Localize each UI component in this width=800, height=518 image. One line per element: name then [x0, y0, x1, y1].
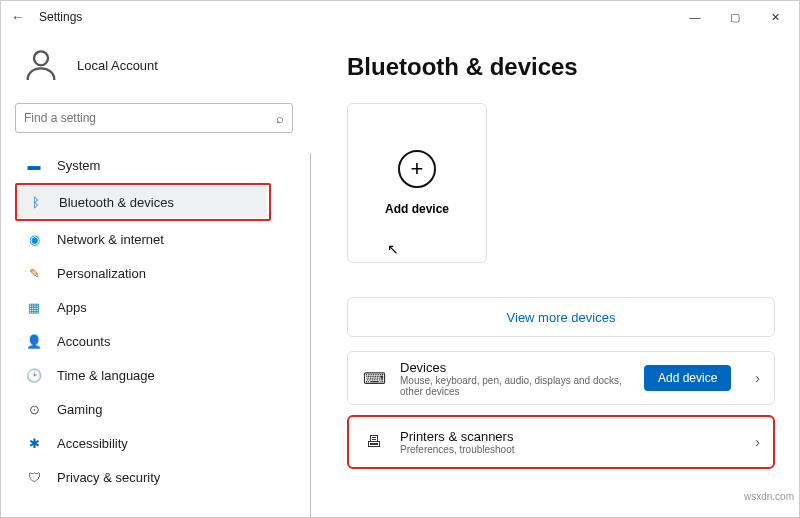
- view-more-devices-button[interactable]: View more devices: [347, 297, 775, 337]
- sidebar: Local Account ⌕ ▬ System ᛒ Bluetooth & d…: [1, 33, 311, 517]
- sidebar-item-personalization[interactable]: ✎ Personalization: [15, 257, 265, 289]
- search-box[interactable]: ⌕: [15, 103, 293, 133]
- sidebar-item-apps[interactable]: ▦ Apps: [15, 291, 265, 323]
- page-title: Bluetooth & devices: [347, 53, 775, 81]
- highlight-bluetooth: ᛒ Bluetooth & devices: [15, 183, 271, 221]
- user-name: Local Account: [77, 58, 158, 73]
- gaming-icon: ⊙: [25, 400, 43, 418]
- clock-icon: 🕑: [25, 366, 43, 384]
- sidebar-item-label: Accessibility: [57, 436, 128, 451]
- nav-list: ▬ System ᛒ Bluetooth & devices ◉ Network…: [15, 149, 311, 493]
- devices-title: Devices: [400, 360, 630, 375]
- watermark: wsxdn.com: [744, 491, 794, 502]
- printers-scanners-row[interactable]: 🖶 Printers & scanners Preferences, troub…: [347, 415, 775, 469]
- sidebar-item-label: Accounts: [57, 334, 110, 349]
- sidebar-item-label: Gaming: [57, 402, 103, 417]
- close-button[interactable]: ✕: [755, 3, 795, 31]
- search-icon: ⌕: [276, 111, 284, 126]
- sidebar-item-label: Apps: [57, 300, 87, 315]
- back-button[interactable]: ←: [11, 9, 25, 25]
- minimize-button[interactable]: —: [675, 3, 715, 31]
- titlebar: ← Settings — ▢ ✕: [1, 1, 799, 33]
- sidebar-item-label: Bluetooth & devices: [59, 195, 174, 210]
- svg-point-0: [34, 51, 48, 65]
- sidebar-item-label: Privacy & security: [57, 470, 160, 485]
- brush-icon: ✎: [25, 264, 43, 282]
- accessibility-icon: ✱: [25, 434, 43, 452]
- shield-icon: 🛡: [25, 468, 43, 486]
- sidebar-item-time[interactable]: 🕑 Time & language: [15, 359, 265, 391]
- maximize-button[interactable]: ▢: [715, 3, 755, 31]
- sidebar-item-network[interactable]: ◉ Network & internet: [15, 223, 265, 255]
- settings-window: ← Settings — ▢ ✕ Local Account ⌕ ▬ Syste…: [0, 0, 800, 518]
- sidebar-item-accessibility[interactable]: ✱ Accessibility: [15, 427, 265, 459]
- sidebar-item-label: Personalization: [57, 266, 146, 281]
- chevron-right-icon: ›: [755, 434, 760, 450]
- sidebar-item-accounts[interactable]: 👤 Accounts: [15, 325, 265, 357]
- add-device-button[interactable]: Add device: [644, 365, 731, 391]
- cursor-icon: ↖: [387, 241, 799, 257]
- sidebar-item-system[interactable]: ▬ System: [15, 149, 265, 181]
- add-device-card[interactable]: + Add device: [347, 103, 487, 263]
- devices-subtitle: Mouse, keyboard, pen, audio, displays an…: [400, 375, 630, 397]
- keyboard-icon: ⌨: [362, 369, 386, 388]
- sidebar-item-label: System: [57, 158, 100, 173]
- bluetooth-icon: ᛒ: [27, 193, 45, 211]
- apps-icon: ▦: [25, 298, 43, 316]
- person-icon: 👤: [25, 332, 43, 350]
- printers-title: Printers & scanners: [400, 429, 741, 444]
- chevron-right-icon: ›: [755, 370, 760, 386]
- sidebar-item-privacy[interactable]: 🛡 Privacy & security: [15, 461, 265, 493]
- search-input[interactable]: [24, 111, 276, 125]
- window-title: Settings: [39, 10, 82, 24]
- add-device-label: Add device: [385, 202, 449, 216]
- sidebar-item-label: Network & internet: [57, 232, 164, 247]
- plus-icon: +: [398, 150, 436, 188]
- printers-subtitle: Preferences, troubleshoot: [400, 444, 741, 455]
- wifi-icon: ◉: [25, 230, 43, 248]
- main-content: Bluetooth & devices + Add device ↖ View …: [311, 33, 799, 517]
- sidebar-item-bluetooth[interactable]: ᛒ Bluetooth & devices: [17, 186, 267, 218]
- printer-icon: 🖶: [362, 433, 386, 451]
- avatar-icon: [21, 45, 61, 85]
- sidebar-item-label: Time & language: [57, 368, 155, 383]
- sidebar-item-gaming[interactable]: ⊙ Gaming: [15, 393, 265, 425]
- user-block[interactable]: Local Account: [21, 45, 311, 85]
- system-icon: ▬: [25, 156, 43, 174]
- devices-row[interactable]: ⌨ Devices Mouse, keyboard, pen, audio, d…: [347, 351, 775, 405]
